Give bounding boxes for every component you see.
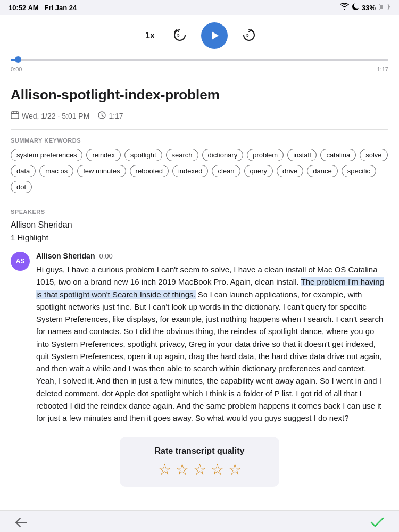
current-time: 0:00 <box>11 66 22 72</box>
status-time: 10:52 AM Fri Jan 24 <box>9 4 77 12</box>
rating-label: Rate transcript quality <box>130 446 269 456</box>
summary-keywords-section: SUMMARY KEYWORDS system preferencesreind… <box>11 137 388 193</box>
back-button[interactable] <box>15 517 28 531</box>
svg-text:5: 5 <box>177 33 180 38</box>
star-3[interactable]: ☆ <box>193 462 206 477</box>
divider-1 <box>11 129 388 130</box>
keyword-tag[interactable]: query <box>244 165 273 177</box>
rewind-button[interactable]: 5 <box>171 27 188 45</box>
battery-percentage: 33% <box>362 4 376 12</box>
keyword-tag[interactable]: problem <box>247 149 284 161</box>
player-controls: 1x 5 5 <box>11 20 388 54</box>
calendar-icon <box>11 111 19 121</box>
battery-icon <box>379 4 390 12</box>
keyword-tag[interactable]: few minutes <box>77 165 126 177</box>
clock-icon <box>98 111 106 121</box>
star-2[interactable]: ☆ <box>176 462 189 477</box>
keywords-label: SUMMARY KEYWORDS <box>11 137 388 144</box>
moon-icon <box>352 3 359 12</box>
keyword-tag[interactable]: reindex <box>86 149 121 161</box>
keyword-tag[interactable]: mac os <box>39 165 73 177</box>
progress-bar[interactable] <box>11 54 388 65</box>
svg-line-11 <box>102 115 104 117</box>
total-time: 1:17 <box>377 66 388 72</box>
star-4[interactable]: ☆ <box>211 462 224 477</box>
svg-rect-1 <box>380 5 383 9</box>
speed-button[interactable]: 1x <box>142 31 159 40</box>
svg-marker-3 <box>212 31 219 40</box>
keyword-tag[interactable]: search <box>166 149 198 161</box>
keyword-tag[interactable]: spotlight <box>124 149 162 161</box>
keyword-tag[interactable]: system preferences <box>11 149 82 161</box>
transcript-header: Allison Sheridan 0:00 <box>36 252 388 260</box>
svg-rect-5 <box>11 112 19 119</box>
rating-section: Rate transcript quality ☆☆☆☆☆ <box>120 437 279 487</box>
episode-duration-item: 1:17 <box>98 111 123 121</box>
wifi-icon <box>340 3 349 12</box>
keyword-tag[interactable]: indexed <box>172 165 209 177</box>
transcript-section: AS Allison Sheridan 0:00 Hi guys, I have… <box>11 252 388 424</box>
speakers-label: SPEAKERS <box>11 209 388 215</box>
forward-button[interactable]: 5 <box>240 27 257 45</box>
confirm-button[interactable] <box>370 517 384 531</box>
episode-date: Wed, 1/22 · 5:01 PM <box>22 112 89 120</box>
transcript-speaker: Allison Sheridan <box>36 252 95 260</box>
star-1[interactable]: ☆ <box>158 462 171 477</box>
transcript-entry: AS Allison Sheridan 0:00 Hi guys, I have… <box>11 252 388 424</box>
progress-thumb <box>15 56 21 63</box>
keyword-tag[interactable]: install <box>287 149 317 161</box>
main-content: Allison-spotlight-index-problem Wed, 1/2… <box>0 76 399 510</box>
keyword-tag[interactable]: solve <box>360 149 387 161</box>
keyword-tag[interactable]: catalina <box>320 149 356 161</box>
audio-player: 1x 5 5 0:00 1:17 <box>0 15 399 76</box>
svg-text:5: 5 <box>246 33 249 38</box>
transcript-highlight: The problem I'm having is that spotlight… <box>36 277 384 298</box>
transcript-time: 0:00 <box>99 252 112 260</box>
divider-2 <box>11 201 388 201</box>
episode-title: Allison-spotlight-index-problem <box>11 87 388 103</box>
keyword-tag[interactable]: dictionary <box>202 149 244 161</box>
highlight-count: 1 Highlight <box>11 233 388 242</box>
play-button[interactable] <box>201 22 228 49</box>
keyword-tag[interactable]: data <box>11 165 36 177</box>
keywords-container: system preferencesreindexspotlightsearch… <box>11 149 388 193</box>
progress-track <box>11 59 388 61</box>
bottom-bar <box>0 510 399 532</box>
keyword-tag[interactable]: dance <box>307 165 337 177</box>
speaker-name: Allison Sheridan <box>11 220 388 230</box>
episode-duration: 1:17 <box>109 112 123 120</box>
avatar: AS <box>11 252 30 271</box>
speakers-section: SPEAKERS Allison Sheridan <box>11 209 388 230</box>
keyword-tag[interactable]: rebooted <box>130 165 169 177</box>
time-labels: 0:00 1:17 <box>11 65 388 76</box>
stars-row[interactable]: ☆☆☆☆☆ <box>130 462 269 477</box>
transcript-text: Hi guys, I have a curious problem I can'… <box>36 263 388 424</box>
keyword-tag[interactable]: drive <box>277 165 303 177</box>
status-indicators: 33% <box>340 3 390 12</box>
keyword-tag[interactable]: specific <box>342 165 376 177</box>
episode-date-item: Wed, 1/22 · 5:01 PM <box>11 111 89 121</box>
keyword-tag[interactable]: clean <box>212 165 240 177</box>
star-5[interactable]: ☆ <box>228 462 242 477</box>
transcript-body: Allison Sheridan 0:00 Hi guys, I have a … <box>36 252 388 424</box>
keyword-tag[interactable]: dot <box>11 181 32 193</box>
episode-meta: Wed, 1/22 · 5:01 PM 1:17 <box>11 111 388 121</box>
status-bar: 10:52 AM Fri Jan 24 33% <box>0 0 399 15</box>
